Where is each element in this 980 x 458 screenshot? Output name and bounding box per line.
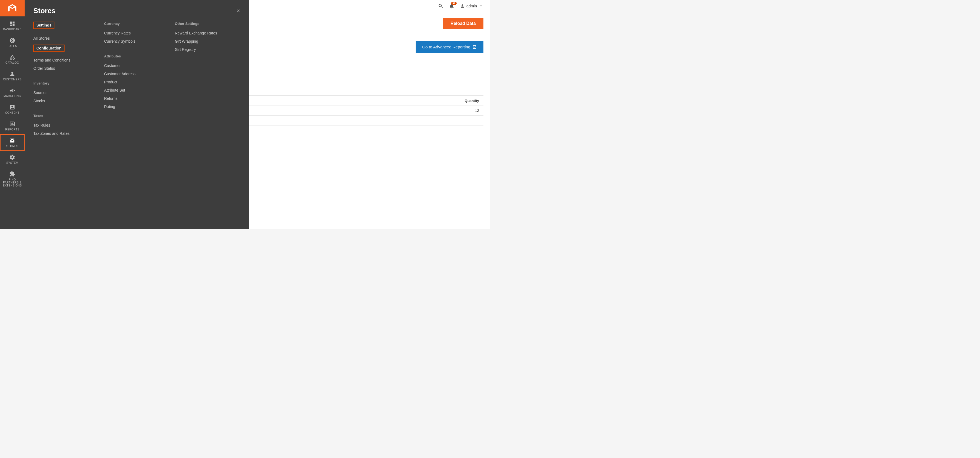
stores-column-settings: Settings All Stores Configuration Terms … (33, 19, 104, 229)
attribute-set-link[interactable]: Attribute Set (104, 86, 170, 94)
tax-zones-rates-link[interactable]: Tax Zones and Rates (33, 129, 99, 138)
sidebar-item-stores-label: STORES (6, 145, 18, 148)
sidebar-item-customers[interactable]: CUSTOMERS (0, 68, 25, 84)
content-icon (9, 104, 15, 110)
quantity-column-header: Quantity (239, 96, 484, 106)
admin-user-label: admin (466, 4, 477, 8)
sidebar-logo[interactable] (0, 0, 25, 16)
sidebar-item-marketing-label: MARKETING (3, 95, 21, 98)
sidebar-item-reports-label: REPORTS (5, 128, 19, 131)
stores-icon (9, 138, 15, 143)
other-settings-section-title: Other Settings (175, 22, 240, 26)
reload-data-button[interactable]: Reload Data (443, 18, 484, 29)
customer-address-attribute-link[interactable]: Customer Address (104, 70, 170, 78)
stores-column-other-settings: Other Settings Reward Exchange Rates Gif… (175, 19, 240, 229)
sidebar-item-system-label: SYSTEM (6, 161, 18, 164)
row1-quantity: 12 (239, 106, 484, 116)
advanced-reporting-button[interactable]: Go to Advanced Reporting (415, 41, 484, 53)
search-button[interactable] (438, 3, 444, 9)
product-attribute-link[interactable]: Product (104, 78, 170, 86)
sidebar-item-find-partners[interactable]: FIND PARTNERS & EXTENSIONS (0, 168, 25, 190)
stores-menu-close-button[interactable]: × (237, 8, 240, 14)
sidebar-item-dashboard-label: DASHBOARD (3, 28, 22, 31)
admin-avatar-icon (460, 3, 465, 8)
all-stores-link[interactable]: All Stores (33, 34, 99, 42)
notification-count: 39 (451, 2, 457, 5)
sidebar-item-dashboard[interactable]: DASHBOARD (0, 17, 25, 34)
extensions-icon (9, 171, 15, 177)
reports-icon (9, 121, 15, 127)
order-status-link[interactable]: Order Status (33, 64, 99, 72)
sidebar-item-system[interactable]: SYSTEM (0, 151, 25, 168)
attributes-section-title: Attributes (104, 54, 170, 58)
sidebar-item-sales-label: SALES (8, 45, 17, 48)
gift-registry-link[interactable]: Gift Registry (175, 45, 240, 54)
external-link-icon (473, 45, 477, 49)
gift-wrapping-link[interactable]: Gift Wrapping (175, 37, 240, 45)
customer-attribute-link[interactable]: Customer (104, 62, 170, 70)
sidebar-item-reports[interactable]: REPORTS (0, 118, 25, 134)
stocks-link[interactable]: Stocks (33, 97, 99, 105)
sidebar-item-marketing[interactable]: MARKETING (0, 84, 25, 101)
notifications-button[interactable]: 39 (449, 3, 455, 9)
marketing-icon (9, 87, 15, 94)
sidebar-item-sales[interactable]: SALES (0, 34, 25, 51)
row2-quantity (239, 116, 484, 126)
rating-link[interactable]: Rating (104, 103, 170, 111)
sidebar-item-content[interactable]: CONTENT (0, 101, 25, 118)
system-icon (9, 154, 15, 160)
taxes-section-title: Taxes (33, 114, 99, 118)
sidebar: DASHBOARD SALES CATALOG CUSTOMERS MARKET… (0, 0, 25, 229)
stores-menu-content: Settings All Stores Configuration Terms … (25, 19, 249, 229)
currency-section-title: Currency (104, 22, 170, 26)
sales-icon (9, 37, 15, 43)
currency-symbols-link[interactable]: Currency Symbols (104, 37, 170, 45)
tax-rules-link[interactable]: Tax Rules (33, 121, 99, 129)
sidebar-item-customers-label: CUSTOMERS (3, 78, 22, 81)
reward-exchange-rates-link[interactable]: Reward Exchange Rates (175, 29, 240, 37)
catalog-icon (9, 54, 15, 60)
sidebar-item-content-label: CONTENT (5, 111, 19, 114)
currency-rates-link[interactable]: Currency Rates (104, 29, 170, 37)
admin-user-menu[interactable]: admin (460, 3, 484, 8)
dashboard-icon (9, 21, 15, 27)
stores-menu-title: Stores (33, 6, 56, 15)
inventory-section-title: Inventory (33, 81, 99, 85)
sidebar-item-stores[interactable]: STORES (0, 134, 25, 151)
search-icon (438, 3, 444, 9)
sidebar-item-catalog-label: CATALOG (5, 61, 19, 64)
stores-menu-header: Stores × (25, 0, 249, 19)
customers-icon (9, 71, 15, 77)
stores-menu-overlay: Stores × Settings All Stores Configurati… (25, 0, 249, 229)
sidebar-item-catalog[interactable]: CATALOG (0, 51, 25, 68)
settings-section-title: Settings (33, 22, 54, 29)
configuration-link[interactable]: Configuration (33, 45, 65, 52)
admin-dropdown-icon (479, 3, 484, 8)
sidebar-item-find-partners-label: FIND PARTNERS & EXTENSIONS (2, 178, 23, 187)
returns-link[interactable]: Returns (104, 94, 170, 103)
magento-logo-icon (7, 3, 17, 13)
sources-link[interactable]: Sources (33, 89, 99, 97)
stores-column-currency: Currency Currency Rates Currency Symbols… (104, 19, 175, 229)
terms-conditions-link[interactable]: Terms and Conditions (33, 56, 99, 64)
